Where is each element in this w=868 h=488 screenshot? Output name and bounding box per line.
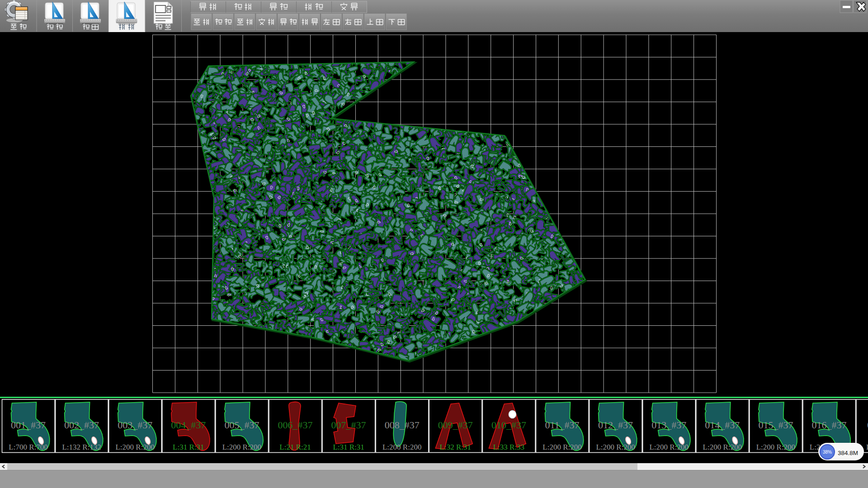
svg-text:L:200 R:200: L:200 R:200	[382, 443, 421, 451]
svg-text:002_#37: 002_#37	[64, 419, 99, 431]
svg-text:L:700 R:700: L:700 R:700	[9, 443, 47, 451]
svg-text:009_#37: 009_#37	[438, 419, 473, 431]
svg-text:012_#37: 012_#37	[598, 419, 633, 431]
svg-text:L:33 R:33: L:33 R:33	[493, 443, 524, 451]
svg-text:006_#37: 006_#37	[278, 419, 313, 431]
svg-text:016_#37: 016_#37	[812, 419, 847, 431]
svg-text:011_#37: 011_#37	[545, 419, 579, 431]
svg-text:L:21 R:21: L:21 R:21	[279, 443, 311, 451]
svg-text:L:200 R:200: L:200 R:200	[756, 443, 795, 451]
svg-text:L:31 R:31: L:31 R:31	[333, 443, 364, 451]
svg-text:007_#37: 007_#37	[331, 419, 366, 431]
svg-text:014_#37: 014_#37	[705, 419, 740, 431]
svg-text:013_#37: 013_#37	[651, 419, 686, 431]
svg-text:005_#37: 005_#37	[224, 419, 259, 431]
svg-text:004_#37: 004_#37	[171, 419, 206, 431]
svg-text:L:200 R:200: L:200 R:200	[115, 443, 154, 451]
svg-text:L:31 R:31: L:31 R:31	[173, 443, 204, 451]
svg-text:L:200 R:200: L:200 R:200	[596, 443, 635, 451]
svg-text:L:200 R:200: L:200 R:200	[703, 443, 742, 451]
svg-text:L:200 R:200: L:200 R:200	[649, 443, 688, 451]
svg-text:015_#37: 015_#37	[758, 419, 793, 431]
svg-text:008_#37: 008_#37	[385, 419, 420, 431]
svg-text:L:200 R:200: L:200 R:200	[542, 443, 581, 451]
svg-text:L:32 R:31: L:32 R:31	[440, 443, 471, 451]
svg-text:003_#37: 003_#37	[118, 419, 152, 431]
svg-text:L:200 R:200: L:200 R:200	[222, 443, 261, 451]
svg-text:010_#37: 010_#37	[491, 419, 526, 431]
svg-text:L:132 R:132: L:132 R:132	[62, 443, 101, 451]
svg-text:L:: L:	[866, 443, 868, 451]
svg-text:001_#37: 001_#37	[11, 419, 46, 431]
